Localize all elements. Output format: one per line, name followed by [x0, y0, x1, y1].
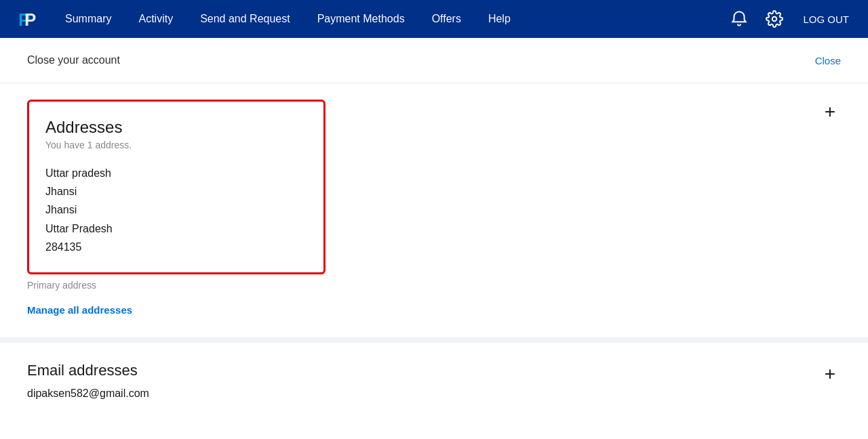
- addresses-wrapper: Addresses You have 1 address. Uttar prad…: [27, 83, 841, 337]
- nav-payment-methods[interactable]: Payment Methods: [304, 0, 418, 38]
- section-divider: [0, 337, 868, 343]
- address-line-2: Jhansi: [45, 182, 307, 201]
- nav-activity[interactable]: Activity: [125, 0, 186, 38]
- addresses-left: Addresses You have 1 address. Uttar prad…: [27, 100, 326, 337]
- svg-text:P: P: [24, 9, 36, 30]
- navbar-right: LOG OUT: [727, 7, 854, 31]
- notifications-button[interactable]: [727, 7, 751, 31]
- address-line-3: Jhansi: [45, 201, 307, 219]
- nav-summary[interactable]: Summary: [52, 0, 125, 38]
- nav-send-and-request[interactable]: Send and Request: [186, 0, 304, 38]
- nav-offers[interactable]: Offers: [418, 0, 475, 38]
- navbar: P P Summary Activity Send and Request Pa…: [0, 0, 868, 38]
- addresses-subtitle: You have 1 address.: [45, 140, 307, 150]
- manage-all-addresses-link[interactable]: Manage all addresses: [27, 304, 132, 316]
- content-area: Close your account Close Addresses You h…: [0, 38, 868, 439]
- email-section-left: Email addresses dipaksen582@gmail.com: [27, 362, 149, 400]
- addresses-card: Addresses You have 1 address. Uttar prad…: [27, 100, 326, 274]
- close-account-bar: Close your account Close: [0, 38, 868, 83]
- addresses-title: Addresses: [45, 118, 307, 137]
- email-section: Email addresses dipaksen582@gmail.com +: [27, 343, 841, 400]
- add-email-button[interactable]: +: [819, 362, 841, 386]
- navbar-links: Summary Activity Send and Request Paymen…: [52, 0, 727, 38]
- address-line-5: 284135: [45, 238, 307, 256]
- logout-button[interactable]: LOG OUT: [797, 14, 854, 25]
- add-address-button[interactable]: +: [819, 100, 841, 124]
- main-section: Addresses You have 1 address. Uttar prad…: [0, 83, 868, 400]
- gear-icon: [766, 10, 783, 28]
- email-value: dipaksen582@gmail.com: [27, 388, 149, 400]
- primary-address-label: Primary address: [27, 280, 326, 291]
- email-section-title: Email addresses: [27, 362, 149, 379]
- email-header: Email addresses dipaksen582@gmail.com +: [27, 362, 841, 400]
- paypal-logo: P P: [14, 7, 38, 31]
- close-account-link[interactable]: Close: [815, 55, 841, 66]
- settings-button[interactable]: [762, 7, 787, 31]
- nav-help[interactable]: Help: [475, 0, 524, 38]
- bell-icon: [730, 10, 748, 28]
- address-line-4: Uttar Pradesh: [45, 220, 307, 238]
- close-account-text: Close your account: [27, 54, 120, 66]
- svg-point-3: [772, 17, 777, 22]
- address-line-1: Uttar pradesh: [45, 164, 307, 182]
